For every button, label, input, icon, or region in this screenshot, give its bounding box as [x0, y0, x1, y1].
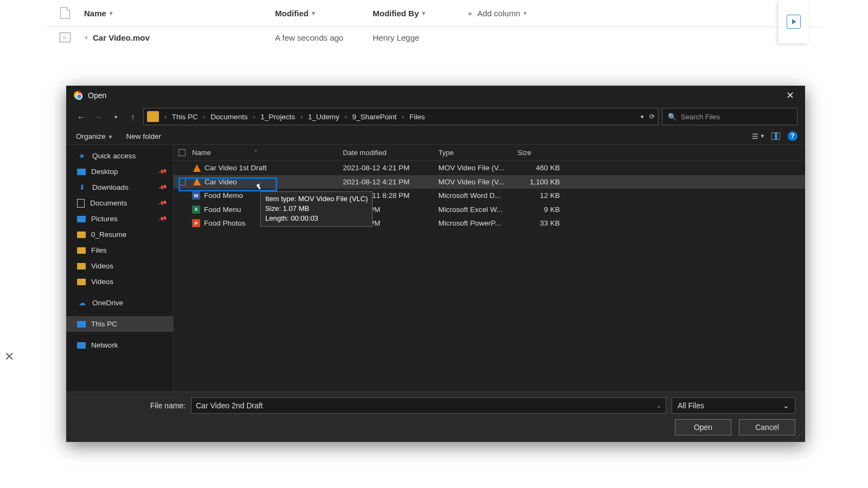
sidebar-this-pc[interactable]: This PC	[66, 316, 173, 332]
sidebar-folder-resume[interactable]: 0_Resume	[66, 227, 173, 242]
download-icon: ⬇	[77, 184, 87, 191]
cloud-icon: ☁	[77, 299, 87, 307]
dialog-titlebar: Open ✕	[66, 86, 805, 105]
play-icon	[787, 15, 801, 29]
sidebar-quick-access[interactable]: ★Quick access	[66, 148, 173, 164]
pin-icon: 📌	[158, 198, 168, 208]
open-file-dialog: Open ✕ ← → ▾ ↑ › This PC› Documents› 1_P…	[66, 86, 805, 442]
col-name[interactable]: Name˄	[190, 149, 343, 157]
document-icon	[60, 7, 70, 19]
preview-pane-toggle[interactable]	[771, 132, 780, 140]
chrome-icon	[74, 91, 82, 100]
sidebar-network[interactable]: Network	[66, 337, 173, 353]
folder-icon	[77, 263, 86, 269]
pc-icon	[77, 321, 86, 328]
search-placeholder: Search Files	[681, 113, 720, 121]
sidebar-pictures[interactable]: Pictures📌	[66, 211, 173, 227]
desktop-icon	[77, 169, 86, 175]
file-row-selected[interactable]: Car Video 2021-08-12 4:21 PM MOV Video F…	[174, 175, 805, 189]
network-icon	[77, 342, 86, 349]
close-icon[interactable]: ✕	[783, 88, 797, 102]
sp-header-icon-col	[46, 7, 84, 19]
folder-icon	[77, 247, 86, 254]
breadcrumb-sep: ›	[163, 113, 168, 120]
address-bar[interactable]: › This PC› Documents› 1_Projects› 1_Udem…	[143, 108, 659, 125]
filename-label: File name:	[76, 401, 186, 410]
search-icon: 🔍	[668, 113, 676, 121]
floating-action-panel[interactable]	[778, 0, 808, 43]
vlc-icon	[193, 178, 201, 185]
view-options[interactable]: ☰ ▼	[753, 132, 764, 140]
search-input[interactable]: 🔍 Search Files	[662, 108, 797, 125]
video-file-icon: ▷	[60, 33, 71, 42]
sidebar-documents[interactable]: Documents📌	[66, 195, 173, 211]
breadcrumb[interactable]: Documents	[208, 113, 250, 121]
sp-col-modifiedby[interactable]: Modified By▾	[373, 9, 468, 18]
sidebar-onedrive[interactable]: ☁OneDrive	[66, 295, 173, 311]
sp-file-name: Car Video.mov	[93, 33, 150, 42]
col-type[interactable]: Type	[438, 149, 518, 157]
folder-icon	[77, 232, 86, 238]
help-icon[interactable]: ?	[788, 131, 797, 141]
tooltip-line: Length: 00:00:03	[265, 214, 368, 223]
breadcrumb[interactable]: 1_Udemy	[306, 113, 342, 121]
tooltip-line: Size: 1.07 MB	[265, 204, 368, 214]
sp-modified: A few seconds ago	[275, 33, 343, 42]
breadcrumb[interactable]: Files	[407, 113, 427, 121]
plus-icon: +	[468, 9, 473, 18]
sidebar-folder-videos[interactable]: Videos	[66, 258, 173, 274]
chevron-down-icon[interactable]: ⌄	[656, 402, 661, 409]
sidebar-desktop[interactable]: Desktop📌	[66, 164, 173, 179]
resize-grip-icon[interactable]: ⋰	[796, 433, 803, 440]
back-button[interactable]: ←	[74, 110, 88, 124]
pin-icon: 📌	[158, 182, 168, 192]
breadcrumb[interactable]: 1_Projects	[258, 113, 297, 121]
files-pane: Name˄ Date modified Type Size Car Video …	[174, 145, 805, 391]
chevron-down-icon: ▾	[312, 10, 315, 17]
sidebar-folder-files[interactable]: Files	[66, 242, 173, 258]
sidebar-downloads[interactable]: ⬇Downloads📌	[66, 179, 173, 195]
file-row[interactable]: Car Video 1st Draft 2021-08-12 4:21 PM M…	[174, 161, 805, 175]
open-button[interactable]: Open	[675, 419, 731, 435]
new-folder-button[interactable]: New folder	[126, 132, 161, 140]
sp-header-row: Name▾ Modified▾ Modified By▾ + Add colum…	[46, 3, 822, 27]
star-icon: ★	[77, 152, 87, 160]
vlc-icon	[193, 164, 201, 172]
recent-dropdown[interactable]: ▾	[108, 110, 123, 124]
file-tooltip: Item type: MOV Video File (VLC) Size: 1.…	[260, 191, 373, 227]
up-button[interactable]: ↑	[126, 110, 140, 124]
new-indicator-icon: ✦	[84, 35, 88, 41]
cancel-button[interactable]: Cancel	[739, 419, 795, 435]
chevron-down-icon: ▾	[110, 10, 113, 17]
breadcrumb[interactable]: This PC	[170, 113, 200, 121]
sp-add-column[interactable]: + Add column▾	[468, 9, 527, 18]
chevron-down-icon: ▾	[524, 10, 527, 17]
file-type-filter[interactable]: All Files⌄	[672, 397, 795, 414]
tooltip-line: Item type: MOV Video File (VLC)	[265, 194, 368, 204]
address-dropdown-icon[interactable]: ▾	[641, 113, 644, 120]
sort-asc-icon: ˄	[254, 150, 257, 156]
pictures-icon	[77, 216, 86, 222]
col-size[interactable]: Size	[518, 149, 566, 157]
select-all-checkbox[interactable]	[178, 149, 186, 156]
refresh-icon[interactable]: ⟳	[649, 113, 655, 120]
powerpoint-icon: P	[192, 219, 200, 227]
sp-col-name[interactable]: Name▾	[84, 9, 275, 18]
sharepoint-list: Name▾ Modified▾ Modified By▾ + Add colum…	[46, 3, 822, 57]
sp-col-modified[interactable]: Modified▾	[275, 9, 373, 18]
organize-menu[interactable]: Organize ▼	[76, 132, 113, 140]
forward-button[interactable]: →	[91, 110, 105, 124]
dialog-navbar: ← → ▾ ↑ › This PC› Documents› 1_Projects…	[66, 105, 805, 128]
document-icon	[77, 199, 85, 208]
breadcrumb[interactable]: 9_SharePoint	[350, 113, 399, 121]
chevron-down-icon: ⌄	[783, 401, 789, 410]
dialog-title: Open	[88, 91, 106, 100]
sidebar-folder-videos2[interactable]: Videos	[66, 274, 173, 290]
row-checkbox[interactable]	[178, 178, 186, 185]
close-panel-icon[interactable]: ✕	[4, 350, 14, 364]
chevron-down-icon: ▾	[422, 10, 425, 17]
filename-input[interactable]: Car Video 2nd Draft⌄	[191, 397, 666, 414]
pin-icon: 📌	[158, 214, 168, 223]
col-date[interactable]: Date modified	[343, 149, 438, 157]
sp-file-row[interactable]: ▷ ✦Car Video.mov A few seconds ago Henry…	[46, 27, 822, 48]
